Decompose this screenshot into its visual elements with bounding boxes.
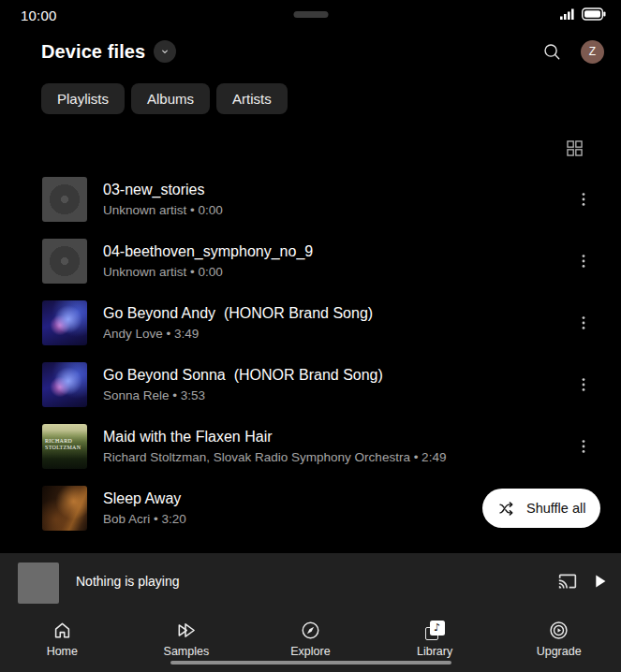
album-art-text: RICHARD STOLTZMAN [45, 438, 81, 451]
status-time: 10:00 [21, 7, 57, 23]
chip-albums[interactable]: Albums [131, 83, 210, 114]
nav-library-label: Library [417, 645, 452, 658]
more-options-button[interactable] [572, 373, 595, 396]
cast-button[interactable] [558, 572, 577, 591]
nav-samples-label: Samples [164, 645, 210, 658]
status-icons [559, 7, 606, 21]
search-button[interactable] [541, 41, 562, 62]
kebab-menu-icon [574, 190, 593, 209]
nav-upgrade-label: Upgrade [537, 645, 582, 658]
upgrade-icon [548, 620, 569, 641]
title-dropdown-button[interactable] [154, 40, 176, 63]
song-title: Go Beyond Andy (HONOR Brand Song) [103, 305, 572, 322]
grid-icon [567, 140, 583, 156]
view-toggle-row [561, 135, 587, 161]
list-item[interactable]: 04-beethoven_symphony_no_9 Unknown artis… [0, 230, 621, 292]
kebab-menu-icon [574, 314, 593, 332]
mini-player[interactable]: Nothing is playing [0, 553, 621, 609]
nav-home[interactable]: Home [0, 609, 125, 672]
library-icon: ♪ [424, 620, 446, 641]
album-art [42, 362, 87, 407]
song-subtitle: Richard Stoltzman, Slovak Radio Symphony… [103, 450, 572, 464]
chevron-down-icon [158, 45, 171, 58]
song-title: 04-beethoven_symphony_no_9 [103, 243, 572, 260]
more-options-button[interactable] [572, 188, 595, 211]
song-subtitle: Unknown artist • 0:00 [103, 265, 572, 279]
nav-home-label: Home [47, 645, 78, 658]
song-meta: 04-beethoven_symphony_no_9 Unknown artis… [103, 243, 572, 279]
player-thumbnail [18, 562, 59, 604]
explore-icon [300, 620, 321, 641]
nav-explore-label: Explore [290, 645, 330, 658]
home-indicator[interactable] [170, 661, 451, 665]
song-subtitle: Sonna Rele • 3:53 [103, 388, 572, 402]
grid-view-button[interactable] [561, 135, 587, 161]
play-icon [589, 571, 610, 592]
shuffle-all-button[interactable]: Shuffle all [482, 489, 600, 528]
nav-upgrade[interactable]: Upgrade [496, 609, 621, 672]
signal-icon [559, 7, 576, 21]
now-playing-status: Nothing is playing [76, 574, 180, 589]
kebab-menu-icon [574, 252, 593, 270]
list-item[interactable]: Go Beyond Sonna (HONOR Brand Song) Sonna… [0, 354, 621, 416]
shuffle-all-label: Shuffle all [526, 501, 585, 516]
bottom-surface: Nothing is playing Home [0, 553, 621, 672]
song-meta: Go Beyond Andy (HONOR Brand Song) Andy L… [103, 305, 572, 341]
avatar[interactable]: Z [581, 40, 604, 64]
list-item[interactable]: RICHARD STOLTZMAN Maid with the Flaxen H… [0, 416, 621, 477]
song-title: Go Beyond Sonna (HONOR Brand Song) [103, 367, 572, 384]
status-bar: 10:00 [0, 0, 621, 30]
kebab-menu-icon [574, 375, 593, 394]
list-item[interactable]: Go Beyond Andy (HONOR Brand Song) Andy L… [0, 292, 621, 354]
more-options-button[interactable] [572, 312, 595, 334]
more-options-button[interactable] [572, 435, 595, 458]
filter-chips: Playlists Albums Artists [41, 83, 288, 114]
song-title: 03-new_stories [103, 182, 572, 198]
kebab-menu-icon [574, 437, 593, 456]
home-icon [52, 620, 73, 641]
shuffle-icon [497, 499, 517, 519]
camera-notch [293, 11, 328, 18]
album-art [42, 486, 87, 531]
list-item[interactable]: 03-new_stories Unknown artist • 0:00 [0, 168, 621, 230]
song-meta: Go Beyond Sonna (HONOR Brand Song) Sonna… [103, 367, 572, 402]
header-actions: Z [541, 40, 604, 64]
song-list: 03-new_stories Unknown artist • 0:00 04-… [0, 168, 621, 539]
samples-icon [175, 620, 197, 641]
page-title: Device files [41, 41, 145, 63]
song-subtitle: Andy Love • 3:49 [103, 327, 572, 341]
screen: 10:00 Device files [0, 0, 621, 672]
header: Device files Z [0, 36, 621, 67]
search-icon [541, 41, 562, 62]
play-button[interactable] [589, 571, 610, 592]
battery-icon [582, 7, 606, 21]
song-meta: Maid with the Flaxen Hair Richard Stoltz… [103, 429, 572, 464]
song-subtitle: Unknown artist • 0:00 [103, 203, 572, 217]
song-title: Maid with the Flaxen Hair [103, 429, 572, 446]
album-art [42, 177, 87, 222]
title-group: Device files [41, 40, 176, 63]
cast-icon [558, 572, 577, 591]
album-art [42, 239, 87, 284]
album-art [42, 300, 87, 345]
more-options-button[interactable] [572, 250, 595, 272]
song-meta: 03-new_stories Unknown artist • 0:00 [103, 182, 572, 217]
album-art: RICHARD STOLTZMAN [42, 424, 87, 469]
chip-playlists[interactable]: Playlists [41, 83, 125, 114]
chip-artists[interactable]: Artists [216, 83, 288, 114]
